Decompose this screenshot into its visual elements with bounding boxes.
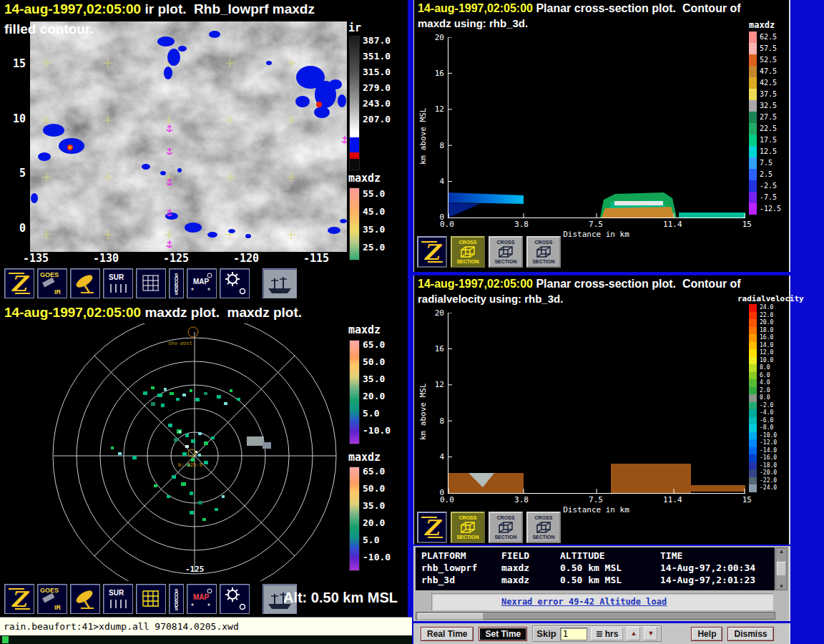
xs2-x-tick: 15 (742, 495, 752, 504)
map-overlay-button[interactable]: MAP** (187, 268, 217, 298)
radar-echoes (111, 386, 271, 521)
zeb-logo-button[interactable]: Z (4, 584, 34, 614)
xs2-axis-ticks (448, 313, 745, 493)
svg-text:IR: IR (54, 288, 62, 296)
terminal-lower-strip (0, 635, 412, 644)
colorbar-cell (749, 192, 757, 203)
cell-field: maxdz (501, 562, 560, 574)
colorbar-cell (749, 312, 757, 320)
xs1-colorbar-row: 57.5 (749, 43, 781, 54)
svg-text:Z: Z (423, 240, 443, 265)
skip-increment-button[interactable]: ▲ (627, 627, 640, 640)
colorbar-cell (749, 424, 757, 432)
cross-section-maxdz-panel: 14-aug-1997,02:05:00 Planar cross-sectio… (413, 0, 790, 272)
xs2-colorbar-row: 8.0 (749, 364, 777, 372)
range-rings-button[interactable] (220, 268, 250, 298)
cross-section-button-3[interactable]: CROSSSECTION (526, 236, 561, 268)
map-overlay-button[interactable]: MAP** (187, 584, 217, 614)
table-row[interactable]: rhb_lowprfmaxdz0.50 km MSL14-Aug-97,2:00… (421, 562, 775, 574)
grid-overlay-button-active[interactable] (136, 584, 166, 614)
terminal-line[interactable]: rain.beaufort:41>xdump.all 970814.0205.x… (0, 617, 412, 635)
xs1-y-tick: 12 (435, 104, 444, 114)
colorbar-cell (749, 432, 757, 440)
xs2-colorbar-row: 18.0 (749, 327, 777, 335)
scrollbar-thumb[interactable] (418, 613, 484, 620)
xs2-colorbar-row: -12.0 (749, 439, 777, 447)
svg-text:SUR: SUR (109, 589, 124, 597)
surface-obs-button[interactable]: SUR (103, 584, 133, 614)
ir-satellite-image[interactable] (30, 21, 347, 252)
radar-colorbar1-tick: 5.0 (363, 406, 391, 423)
colorbar-tick-label: -7.5 (760, 192, 777, 203)
goes-satellite-icon: GOESIR (39, 585, 66, 613)
colorbar-cell (749, 402, 757, 410)
cross-section-button-1[interactable]: CROSSSECTION (451, 512, 485, 543)
xs1-y-axis-label: km above MSL (418, 108, 428, 165)
xs2-colorbar-row: -22.0 (749, 477, 777, 485)
info-vertical-scrollbar[interactable]: ▲▼ (775, 547, 788, 590)
colorbar-cell (749, 100, 757, 112)
scroll-up-icon[interactable]: ▲ (779, 548, 785, 555)
real-time-button[interactable]: Real Time (421, 627, 474, 641)
cross-section-button-2[interactable]: CROSSSECTION (489, 512, 523, 543)
ship-position-ring (188, 327, 198, 337)
colorbar-tick-label: 52.5 (760, 54, 777, 66)
ir-plot-title: 14-aug-1997,02:05:00 ir plot. Rhb_lowprf… (4, 1, 315, 17)
radar-ppi-display[interactable]: sho-aost (11, 323, 354, 581)
cross-section-button-1[interactable]: CROSSSECTION (451, 236, 485, 268)
xs2-colorbar-row: 0.0 (749, 394, 777, 402)
colorbar-tick-label: -10.0 (760, 432, 777, 440)
ir-colorbar-tick: 243.0 (363, 97, 391, 112)
svg-text:Z: Z (423, 515, 443, 540)
xs1-colorbar-row: 17.5 (749, 135, 781, 146)
xs1-colorbar-row: 62.5 (749, 31, 781, 43)
svg-text:*: * (207, 287, 210, 295)
svg-text:MAP: MAP (193, 278, 210, 286)
hrs-units-button[interactable]: hrs (591, 628, 624, 640)
colorbar-cell (749, 364, 757, 372)
xs2-colorbar-row: 24.0 (749, 304, 777, 312)
radar-dish-button[interactable] (70, 584, 100, 614)
zeb-logo-button[interactable]: Z (4, 268, 34, 298)
cube-icon (498, 520, 514, 535)
colorbar-cell (749, 66, 757, 77)
table-row[interactable]: rhb_3dmaxdz0.50 km MSL14-Aug-97,2:01:23 (421, 574, 775, 586)
cross-section-button-2[interactable]: CROSSSECTION (489, 236, 523, 268)
soundings-button[interactable]: SOUNDS (169, 268, 184, 298)
svg-text:IR: IR (54, 604, 62, 611)
xs1-subtitle: maxdz using: rhb_3d. (418, 17, 528, 29)
range-rings-button[interactable] (220, 584, 250, 614)
scrollbar-thumb[interactable] (777, 562, 786, 576)
radar-colorbar2-tick: 20.0 (363, 515, 391, 532)
surface-obs-button[interactable]: SUR (103, 268, 133, 298)
colorbar-cell (749, 43, 757, 54)
grid-overlay-button[interactable] (136, 268, 166, 298)
info-horizontal-scrollbar[interactable] (416, 612, 775, 620)
xs2-colorbar-row: 16.0 (749, 334, 777, 342)
colorbar-cell (749, 349, 757, 357)
ship-track-button[interactable] (263, 268, 297, 298)
skip-decrement-button[interactable]: ▼ (644, 627, 657, 640)
xs1-colorbar-row: 2.5 (749, 169, 781, 180)
set-time-button[interactable]: Set Time (479, 627, 527, 641)
skip-input[interactable] (560, 628, 587, 640)
svg-text:SUR: SUR (109, 273, 124, 281)
goes-ir-button[interactable]: GOESIR (37, 584, 67, 614)
xs1-plot-area[interactable] (448, 37, 745, 218)
radar-colorbar1-tick: 50.0 (363, 354, 391, 371)
help-button[interactable]: Help (691, 627, 722, 641)
scroll-down-icon[interactable]: ▼ (779, 583, 785, 590)
ir-y-tick: 0 (19, 222, 26, 235)
zeb-logo-button[interactable]: Z (417, 512, 447, 543)
cross-section-button-3[interactable]: CROSSSECTION (526, 512, 561, 543)
colorbar-cell (749, 135, 757, 146)
radar-dish-button[interactable] (70, 268, 100, 298)
xs1-x-tick: 0.0 (440, 220, 454, 229)
zeb-logo-button[interactable]: Z (417, 236, 447, 268)
soundings-button[interactable]: SOUNDS (169, 584, 184, 614)
goes-ir-button[interactable]: GOESIR (37, 268, 67, 298)
xs2-plot-area[interactable] (448, 313, 745, 494)
colorbar-tick-label: 32.5 (760, 100, 777, 112)
dismiss-button[interactable]: Dismiss (727, 627, 773, 641)
grid-icon (139, 587, 162, 610)
